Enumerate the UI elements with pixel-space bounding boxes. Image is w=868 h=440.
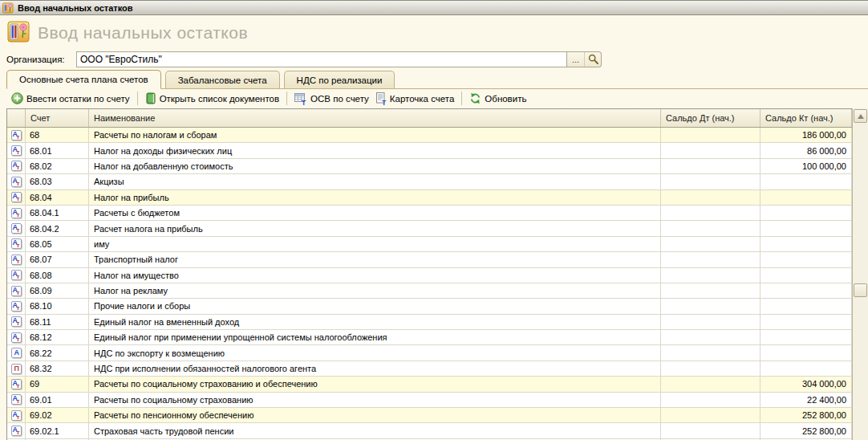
vertical-scrollbar[interactable] — [852, 108, 868, 440]
window-icon — [2, 2, 14, 14]
table-row[interactable]: Ат68.11Единый налог на вмененный доход — [7, 315, 852, 330]
account-card-button[interactable]: ТКарточка счета — [372, 91, 458, 107]
credit-balance-cell — [761, 206, 852, 220]
opening-balances-icon — [7, 20, 30, 45]
credit-balance-cell: 252 800,00 — [761, 408, 852, 422]
account-icon-cell: Ат — [7, 377, 26, 391]
organization-open-button[interactable] — [584, 52, 601, 67]
toolbar-separator — [286, 92, 287, 105]
scroll-up-button[interactable] — [854, 109, 867, 123]
tab-strip: Основные счета плана счетовЗабалансовые … — [6, 70, 868, 89]
account-name-cell: Акцизы — [89, 174, 661, 189]
debit-balance-cell — [661, 408, 761, 422]
account-active-tax-icon: Ат — [11, 145, 22, 156]
debit-balance-cell — [661, 377, 761, 391]
triangle-up-icon — [858, 114, 864, 119]
debit-balance-cell — [661, 128, 761, 142]
table-row[interactable]: Ат68.09Налог на рекламу — [7, 283, 852, 299]
table-row[interactable]: Ат68.10Прочие налоги и сборы — [7, 299, 852, 314]
svg-text:Т: Т — [302, 98, 306, 105]
toolbar-button-label: ОСВ по счету — [310, 94, 369, 104]
table-row[interactable]: Ат68.01Налог на доходы физических лиц86 … — [7, 143, 852, 158]
account-code-cell: 69.02.1 — [26, 423, 89, 438]
column-header-icon[interactable] — [7, 109, 26, 127]
debit-balance-cell — [661, 159, 761, 173]
table-row[interactable]: Ат68Расчеты по налогам и сборам186 000,0… — [7, 128, 852, 143]
debit-balance-cell — [661, 345, 761, 360]
table-row[interactable]: Ат69.01Расчеты по социальному страховани… — [7, 393, 852, 408]
table-header-row: Счет Наименование Сальдо Дт (нач.) Сальд… — [7, 109, 852, 128]
table-row[interactable]: Ат68.03Акцизы — [7, 174, 852, 189]
tab-offbalance-accounts[interactable]: Забалансовые счета — [165, 71, 280, 88]
card-icon: Т — [375, 92, 387, 105]
toolbar-button-label: Открыть список документов — [160, 94, 279, 104]
window-titlebar[interactable]: Ввод начальных остатков — [0, 0, 868, 15]
account-icon-cell: Ат — [7, 423, 26, 438]
account-active-tax-icon: Ат — [11, 161, 22, 171]
account-icon-cell: Ат — [7, 159, 26, 173]
table-row[interactable]: Ат68.04.2Расчет налога на прибыль — [7, 221, 852, 236]
account-name-cell: иму — [89, 237, 661, 251]
credit-balance-cell — [761, 283, 852, 298]
account-name-cell: Расчеты по налогам и сборам — [89, 128, 661, 142]
enter-balances-button[interactable]: Ввести остатки по счету — [8, 91, 133, 106]
toolbar-button-label: Карточка счета — [390, 94, 455, 104]
table-row[interactable]: Ат68.04.1Расчеты с бюджетом — [7, 206, 852, 221]
table-row[interactable]: Ат68.02Налог на добавленную стоимость100… — [7, 159, 852, 174]
credit-balance-cell — [761, 237, 852, 251]
toolbar-separator — [461, 92, 462, 105]
debit-balance-cell — [661, 190, 761, 205]
debit-balance-cell — [661, 252, 761, 267]
account-icon-cell: Ат — [7, 252, 26, 267]
tab-vat-sales[interactable]: НДС по реализации — [284, 71, 395, 88]
account-code-cell: 68.01 — [26, 143, 89, 157]
account-code-cell: 68.04 — [26, 190, 89, 205]
osv-report-button[interactable]: ТОСВ по счету — [291, 91, 372, 107]
credit-balance-cell — [761, 345, 852, 360]
account-icon-cell: Ат — [7, 408, 26, 422]
credit-balance-cell — [761, 330, 852, 344]
table-row[interactable]: Ат69.02Расчеты по пенсионному обеспечени… — [7, 408, 852, 423]
column-header-debit-balance[interactable]: Сальдо Дт (нач.) — [661, 109, 761, 127]
magnifier-icon — [588, 54, 598, 64]
table-row[interactable]: Ат68.12Единый налог при применении упрощ… — [7, 330, 852, 345]
column-header-credit-balance[interactable]: Сальдо Кт (нач.) — [761, 109, 852, 127]
account-name-cell: Прочие налоги и сборы — [89, 299, 661, 313]
window-title: Ввод начальных остатков — [18, 3, 133, 13]
scrollbar-thumb[interactable] — [854, 283, 867, 297]
account-active-tax-icon: Ат — [11, 255, 22, 265]
table-row[interactable]: Ат69.02.1Страховая часть трудовой пенсии… — [7, 423, 852, 438]
account-icon-cell: Ат — [7, 143, 26, 157]
tab-main-accounts[interactable]: Основные счета плана счетов — [6, 70, 161, 89]
credit-balance-cell: 86 000,00 — [761, 143, 852, 157]
account-name-cell: Налог на имущество — [89, 268, 661, 283]
account-name-cell: Транспортный налог — [89, 252, 661, 267]
table-row[interactable]: Ат68.04Налог на прибыль — [7, 190, 852, 206]
account-icon-cell: Ат — [7, 221, 26, 235]
organization-input[interactable] — [76, 51, 567, 67]
account-icon-cell: Ат — [7, 206, 26, 220]
account-name-cell: Налог на рекламу — [89, 283, 661, 298]
column-header-name[interactable]: Наименование — [89, 109, 661, 127]
open-list-icon — [145, 92, 156, 104]
account-active-tax-icon: Ат — [11, 394, 22, 405]
debit-balance-cell — [661, 237, 761, 251]
debit-balance-cell — [661, 206, 761, 220]
table-row[interactable]: А68.22НДС по экспорту к возмещению — [7, 345, 852, 361]
table-row[interactable]: Ат69Расчеты по социальному страхованию и… — [7, 377, 852, 392]
organization-row: Организация: ... — [6, 51, 602, 67]
column-header-account[interactable]: Счет — [26, 109, 89, 127]
open-documents-button[interactable]: Открыть список документов — [142, 91, 282, 106]
osv-icon: Т — [294, 92, 307, 105]
debit-balance-cell — [661, 393, 761, 407]
account-active-tax-icon: Ат — [11, 223, 22, 234]
account-active-tax-icon: Ат — [11, 238, 22, 249]
table-row[interactable]: Ат68.08Налог на имущество — [7, 268, 852, 283]
organization-choose-button[interactable]: ... — [567, 52, 584, 67]
page-header: Ввод начальных остатков — [7, 20, 248, 45]
account-icon-cell: Ат — [7, 174, 26, 189]
refresh-button[interactable]: Обновить — [466, 91, 529, 106]
table-row[interactable]: Ат68.05иму — [7, 237, 852, 252]
table-row[interactable]: Ат68.07Транспортный налог — [7, 252, 852, 267]
table-row[interactable]: П68.32НДС при исполнении обязанностей на… — [7, 361, 852, 377]
